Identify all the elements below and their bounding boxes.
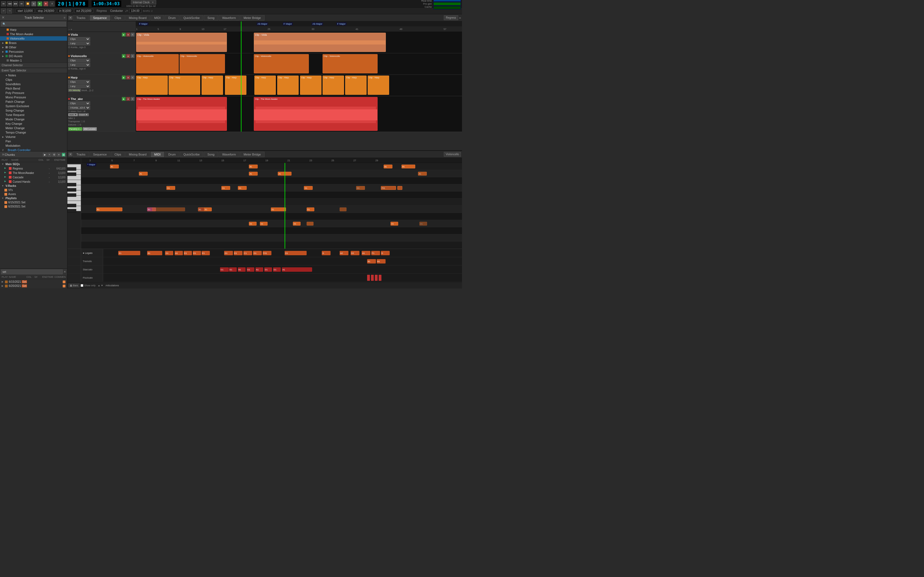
midi-note-b1-3[interactable]: B1 xyxy=(384,164,393,168)
chunk-regress[interactable]: ▶ Regress - 64|1|00 xyxy=(0,166,67,171)
midi-instrument-label[interactable]: Violoncello xyxy=(444,152,461,156)
event-soundbites[interactable]: Soundbites xyxy=(0,82,67,86)
midi-note-g1-2[interactable]: G1 xyxy=(221,186,230,190)
track-item-other[interactable]: ▶ Other xyxy=(0,45,67,50)
event-poly-pressure[interactable]: Poly Pressure xyxy=(0,91,67,95)
midi-note-g1-5[interactable]: G1 xyxy=(356,186,365,190)
chunk-cascade[interactable]: ▶ Cascade - 1|1|00 xyxy=(0,175,67,179)
artic-legato-19[interactable]: D xyxy=(381,251,390,255)
moon-clip-select[interactable]: Clips xyxy=(68,102,90,105)
chunks-search-input[interactable] xyxy=(1,269,63,274)
midi-note-b1-2[interactable]: B1 xyxy=(249,164,258,168)
artic-staccato-7[interactable]: D1 xyxy=(273,268,281,272)
clip-harp-3[interactable]: Clip - Harp xyxy=(202,76,223,95)
midi-tab-drum[interactable]: Drum xyxy=(165,152,179,157)
viola-vel-select[interactable]: I any xyxy=(68,42,90,45)
midi-arrow-down[interactable]: ▼ xyxy=(101,284,103,287)
zoom-controls[interactable]: − + xyxy=(68,28,72,31)
tab-midi-top[interactable]: MIDI xyxy=(151,15,164,21)
artic-staccato-1[interactable]: G1 xyxy=(220,268,229,272)
moon-vel-select[interactable]: I Konta...s3-4 xyxy=(68,106,90,110)
midi-note-g1-4[interactable]: G1 xyxy=(304,186,313,190)
midi-tab-waveform[interactable]: Waveform xyxy=(219,152,239,157)
chunks-close-icon[interactable]: ✕ xyxy=(2,153,5,156)
chunks-add-btn[interactable]: + xyxy=(48,153,52,156)
chunk-search-result-2[interactable]: ▶ 6/20/2021 Set xyxy=(0,284,67,288)
harp-mute-btn[interactable]: ● xyxy=(126,76,130,79)
artic-legato-4[interactable]: A1 xyxy=(174,251,183,255)
chunks-view-btn[interactable]: ▦ xyxy=(61,153,65,156)
stop-btn[interactable]: ■ xyxy=(31,2,36,6)
chunk-cursed-hands[interactable]: ▶ Cursed Hands - 1|1|00 xyxy=(0,179,67,184)
chunks-play-btn[interactable]: ▶ xyxy=(43,153,47,156)
midi-note-a1-4[interactable]: A1 xyxy=(418,172,427,176)
midi-note-d1-3[interactable]: D1 xyxy=(293,222,300,226)
clip-moon-1[interactable]: Clip - The Moon Awake xyxy=(136,97,227,131)
track-search-input[interactable] xyxy=(1,22,66,26)
chunk-play-regress[interactable]: ▶ xyxy=(5,167,8,170)
artic-staccato-8[interactable]: A1 xyxy=(282,268,312,272)
artic-tremolo-2[interactable]: B1 xyxy=(377,259,386,263)
event-breath-controller[interactable]: 2 Breath Controller xyxy=(0,148,67,151)
harp-clip-select[interactable]: Clips xyxy=(68,80,90,84)
mw-leveler[interactable]: MW Leveler xyxy=(83,127,97,131)
start-pos[interactable]: start 1|1|000 xyxy=(16,9,35,13)
artic-pizzicato-4[interactable] xyxy=(379,275,381,281)
chunk-play-moon[interactable]: ▶ xyxy=(5,171,8,174)
artic-staccato-6[interactable]: D1 xyxy=(264,268,272,272)
cello-menu-btn[interactable]: ≡ xyxy=(131,54,134,58)
event-volume[interactable]: ▶ Volume xyxy=(0,135,67,139)
artic-staccato-3[interactable]: B1 xyxy=(238,268,246,272)
clip-cello-3[interactable]: Clip - Violoncello xyxy=(254,54,309,73)
artic-legato-1[interactable]: E1 xyxy=(118,251,140,255)
artic-legato-5[interactable]: E1 xyxy=(184,251,192,255)
clip-harp-4[interactable]: Clip - Harp xyxy=(225,76,246,95)
artic-pizzicato-2[interactable] xyxy=(371,275,374,281)
midi-note-d1-6[interactable]: D1 xyxy=(419,222,427,226)
midi-show-only-toggle[interactable]: Show only xyxy=(81,284,96,287)
artic-staccato-5[interactable]: A1 xyxy=(255,268,263,272)
midi-tab-quickscribe[interactable]: QuickScribe xyxy=(180,152,203,157)
midi-note-e1-3[interactable] xyxy=(152,208,185,211)
chunk-moon[interactable]: ▶ The Moon/Awake - 1|1|00 xyxy=(0,171,67,175)
midi-note-e1-5[interactable]: E1 xyxy=(204,208,212,211)
midi-note-b1-1[interactable]: B1 xyxy=(110,164,119,168)
tempo-display[interactable]: 134.00 xyxy=(129,9,142,13)
midi-note-d1-1[interactable]: D1 xyxy=(249,222,257,226)
close-icon[interactable]: ✕ xyxy=(2,15,5,19)
tab-song[interactable]: Song xyxy=(204,15,218,21)
midi-note-d1-4[interactable] xyxy=(307,222,313,226)
event-notes[interactable]: + Notes xyxy=(0,73,67,77)
event-tempo-change[interactable]: Tempo Change xyxy=(0,130,67,135)
clip-moon-2[interactable]: Clip - The Moon Awake xyxy=(254,97,378,131)
tab-clips[interactable]: Clips xyxy=(111,15,124,21)
midi-note-d1-5[interactable]: D1 xyxy=(391,222,398,226)
chunk-play-cascade[interactable]: ▶ xyxy=(5,176,8,179)
clip-viola-1[interactable]: Clip - Viola xyxy=(136,33,227,52)
event-mono-pressure[interactable]: Mono Pressure xyxy=(0,95,67,100)
midi-tab-sequence[interactable]: Sequence xyxy=(90,152,111,157)
event-clips[interactable]: Clips xyxy=(0,77,67,82)
chunk-playlists[interactable]: ▼ Playlists xyxy=(0,196,67,200)
track-selector-menu[interactable]: ≡ xyxy=(64,16,65,19)
chunk-search-result-1[interactable]: ▶ 6/15/2021 Set xyxy=(0,280,67,284)
artic-legato-14[interactable]: G xyxy=(322,251,331,255)
artic-staccato-4[interactable]: G1 xyxy=(247,268,254,272)
goto-start-btn[interactable]: ⏪ xyxy=(25,2,30,6)
out-pos[interactable]: out 25|1|000 xyxy=(74,9,93,13)
harp-play-btn[interactable]: ▶ xyxy=(122,76,126,79)
midi-note-e1-6[interactable]: E1 xyxy=(271,208,286,211)
tab-drum[interactable]: Drum xyxy=(165,15,179,21)
harp-vel-select[interactable]: I any xyxy=(68,84,90,88)
midi-note-a1-2[interactable]: A1 xyxy=(249,172,258,176)
in-pos[interactable]: in 9|1|000 xyxy=(57,9,73,13)
cello-mute-btn[interactable]: ● xyxy=(126,54,130,58)
event-tune-request[interactable]: Tune Request xyxy=(0,113,67,117)
track-item-moon[interactable]: The Moon Awake xyxy=(0,32,67,36)
pause-btn[interactable]: ⏸ xyxy=(50,2,55,6)
track-item-do-auxes[interactable]: ▶ DO Auxes xyxy=(0,54,67,58)
artic-legato-8[interactable]: D1 xyxy=(224,251,233,255)
artic-legato-6[interactable]: E1 xyxy=(193,251,201,255)
moon-menu-btn[interactable]: ≡ xyxy=(131,97,134,101)
event-modulation[interactable]: Modulation xyxy=(0,143,67,148)
